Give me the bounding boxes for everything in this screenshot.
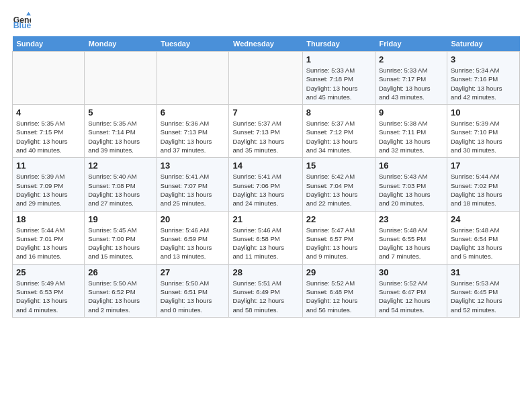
calendar-cell bbox=[229, 52, 302, 105]
day-number: 24 bbox=[451, 214, 516, 224]
logo: General Blue bbox=[12, 11, 34, 30]
day-info: Sunrise: 5:41 AM Sunset: 7:06 PM Dayligh… bbox=[232, 172, 298, 208]
day-number: 20 bbox=[161, 214, 226, 224]
calendar-table: SundayMondayTuesdayWednesdayThursdayFrid… bbox=[12, 36, 520, 318]
calendar-cell bbox=[13, 52, 85, 105]
calendar-cell: 26Sunrise: 5:50 AM Sunset: 6:52 PM Dayli… bbox=[85, 264, 157, 317]
calendar-cell: 11Sunrise: 5:39 AM Sunset: 7:09 PM Dayli… bbox=[13, 158, 85, 211]
day-number: 22 bbox=[306, 214, 371, 224]
calendar-cell: 23Sunrise: 5:48 AM Sunset: 6:55 PM Dayli… bbox=[375, 211, 447, 264]
day-info: Sunrise: 5:37 AM Sunset: 7:12 PM Dayligh… bbox=[306, 119, 371, 154]
calendar-cell: 14Sunrise: 5:41 AM Sunset: 7:06 PM Dayli… bbox=[229, 158, 302, 211]
day-number: 8 bbox=[306, 107, 371, 118]
day-info: Sunrise: 5:40 AM Sunset: 7:08 PM Dayligh… bbox=[88, 172, 152, 208]
day-number: 13 bbox=[161, 161, 226, 171]
weekday-header-thursday: Thursday bbox=[302, 36, 375, 52]
weekday-header-tuesday: Tuesday bbox=[157, 36, 229, 52]
calendar-cell: 21Sunrise: 5:46 AM Sunset: 6:58 PM Dayli… bbox=[229, 211, 302, 264]
day-number: 11 bbox=[16, 161, 81, 171]
week-row-4: 18Sunrise: 5:44 AM Sunset: 7:01 PM Dayli… bbox=[13, 211, 520, 264]
day-number: 7 bbox=[232, 107, 298, 118]
day-info: Sunrise: 5:37 AM Sunset: 7:13 PM Dayligh… bbox=[232, 119, 298, 154]
calendar-cell: 4Sunrise: 5:35 AM Sunset: 7:15 PM Daylig… bbox=[13, 105, 85, 158]
day-number: 6 bbox=[161, 107, 226, 118]
day-info: Sunrise: 5:50 AM Sunset: 6:51 PM Dayligh… bbox=[161, 279, 226, 314]
day-info: Sunrise: 5:43 AM Sunset: 7:03 PM Dayligh… bbox=[379, 172, 443, 208]
weekday-header-row: SundayMondayTuesdayWednesdayThursdayFrid… bbox=[13, 36, 520, 52]
week-row-1: 1Sunrise: 5:33 AM Sunset: 7:18 PM Daylig… bbox=[13, 52, 520, 105]
day-info: Sunrise: 5:34 AM Sunset: 7:16 PM Dayligh… bbox=[451, 66, 516, 101]
calendar-cell: 12Sunrise: 5:40 AM Sunset: 7:08 PM Dayli… bbox=[85, 158, 157, 211]
day-info: Sunrise: 5:45 AM Sunset: 7:00 PM Dayligh… bbox=[88, 226, 152, 261]
day-number: 15 bbox=[306, 161, 371, 171]
day-number: 10 bbox=[451, 107, 516, 118]
day-info: Sunrise: 5:42 AM Sunset: 7:04 PM Dayligh… bbox=[306, 172, 371, 208]
day-info: Sunrise: 5:44 AM Sunset: 7:02 PM Dayligh… bbox=[451, 172, 516, 208]
calendar-cell: 27Sunrise: 5:50 AM Sunset: 6:51 PM Dayli… bbox=[157, 264, 229, 317]
day-number: 1 bbox=[306, 54, 371, 64]
day-info: Sunrise: 5:35 AM Sunset: 7:15 PM Dayligh… bbox=[16, 119, 81, 154]
calendar-cell: 16Sunrise: 5:43 AM Sunset: 7:03 PM Dayli… bbox=[375, 158, 447, 211]
day-number: 12 bbox=[88, 161, 152, 171]
calendar-cell: 29Sunrise: 5:52 AM Sunset: 6:48 PM Dayli… bbox=[302, 264, 375, 317]
page: General Blue SundayMondayTuesdayWednesda… bbox=[0, 0, 532, 411]
day-info: Sunrise: 5:50 AM Sunset: 6:52 PM Dayligh… bbox=[88, 279, 152, 314]
day-number: 18 bbox=[16, 214, 81, 224]
calendar-cell: 18Sunrise: 5:44 AM Sunset: 7:01 PM Dayli… bbox=[13, 211, 85, 264]
day-number: 14 bbox=[232, 161, 298, 171]
day-info: Sunrise: 5:35 AM Sunset: 7:14 PM Dayligh… bbox=[88, 119, 152, 154]
day-number: 21 bbox=[232, 214, 298, 224]
calendar-cell: 30Sunrise: 5:52 AM Sunset: 6:47 PM Dayli… bbox=[375, 264, 447, 317]
day-info: Sunrise: 5:38 AM Sunset: 7:11 PM Dayligh… bbox=[379, 119, 443, 154]
day-number: 25 bbox=[16, 267, 81, 277]
calendar-cell: 5Sunrise: 5:35 AM Sunset: 7:14 PM Daylig… bbox=[85, 105, 157, 158]
day-number: 2 bbox=[379, 54, 443, 64]
day-info: Sunrise: 5:52 AM Sunset: 6:47 PM Dayligh… bbox=[379, 279, 443, 314]
day-info: Sunrise: 5:36 AM Sunset: 7:13 PM Dayligh… bbox=[161, 119, 226, 154]
day-info: Sunrise: 5:48 AM Sunset: 6:55 PM Dayligh… bbox=[379, 226, 443, 261]
day-info: Sunrise: 5:47 AM Sunset: 6:57 PM Dayligh… bbox=[306, 226, 371, 261]
weekday-header-friday: Friday bbox=[375, 36, 447, 52]
calendar-cell: 2Sunrise: 5:33 AM Sunset: 7:17 PM Daylig… bbox=[375, 52, 447, 105]
day-info: Sunrise: 5:48 AM Sunset: 6:54 PM Dayligh… bbox=[451, 226, 516, 261]
day-number: 4 bbox=[16, 107, 81, 118]
calendar-cell: 22Sunrise: 5:47 AM Sunset: 6:57 PM Dayli… bbox=[302, 211, 375, 264]
day-number: 3 bbox=[451, 54, 516, 64]
calendar-cell: 19Sunrise: 5:45 AM Sunset: 7:00 PM Dayli… bbox=[85, 211, 157, 264]
day-info: Sunrise: 5:44 AM Sunset: 7:01 PM Dayligh… bbox=[16, 226, 81, 261]
calendar-cell: 28Sunrise: 5:51 AM Sunset: 6:49 PM Dayli… bbox=[229, 264, 302, 317]
calendar-cell: 15Sunrise: 5:42 AM Sunset: 7:04 PM Dayli… bbox=[302, 158, 375, 211]
day-info: Sunrise: 5:41 AM Sunset: 7:07 PM Dayligh… bbox=[161, 172, 226, 208]
day-info: Sunrise: 5:51 AM Sunset: 6:49 PM Dayligh… bbox=[232, 279, 298, 314]
calendar-cell: 25Sunrise: 5:49 AM Sunset: 6:53 PM Dayli… bbox=[13, 264, 85, 317]
calendar-cell: 9Sunrise: 5:38 AM Sunset: 7:11 PM Daylig… bbox=[375, 105, 447, 158]
calendar-cell: 7Sunrise: 5:37 AM Sunset: 7:13 PM Daylig… bbox=[229, 105, 302, 158]
calendar-cell: 6Sunrise: 5:36 AM Sunset: 7:13 PM Daylig… bbox=[157, 105, 229, 158]
day-number: 17 bbox=[451, 161, 516, 171]
day-number: 31 bbox=[451, 267, 516, 277]
day-info: Sunrise: 5:39 AM Sunset: 7:10 PM Dayligh… bbox=[451, 119, 516, 154]
day-info: Sunrise: 5:46 AM Sunset: 6:58 PM Dayligh… bbox=[232, 226, 298, 261]
weekday-header-wednesday: Wednesday bbox=[229, 36, 302, 52]
week-row-3: 11Sunrise: 5:39 AM Sunset: 7:09 PM Dayli… bbox=[13, 158, 520, 211]
day-number: 16 bbox=[379, 161, 443, 171]
logo-icon: General Blue bbox=[12, 11, 31, 30]
day-number: 29 bbox=[306, 267, 371, 277]
day-info: Sunrise: 5:52 AM Sunset: 6:48 PM Dayligh… bbox=[306, 279, 371, 314]
day-number: 30 bbox=[379, 267, 443, 277]
week-row-5: 25Sunrise: 5:49 AM Sunset: 6:53 PM Dayli… bbox=[13, 264, 520, 317]
day-number: 19 bbox=[88, 214, 152, 224]
day-info: Sunrise: 5:46 AM Sunset: 6:59 PM Dayligh… bbox=[161, 226, 226, 261]
day-info: Sunrise: 5:53 AM Sunset: 6:45 PM Dayligh… bbox=[451, 279, 516, 314]
day-number: 23 bbox=[379, 214, 443, 224]
calendar-cell bbox=[157, 52, 229, 105]
day-number: 9 bbox=[379, 107, 443, 118]
svg-marker-1 bbox=[26, 12, 31, 15]
calendar-cell: 24Sunrise: 5:48 AM Sunset: 6:54 PM Dayli… bbox=[447, 211, 519, 264]
weekday-header-monday: Monday bbox=[85, 36, 157, 52]
day-info: Sunrise: 5:39 AM Sunset: 7:09 PM Dayligh… bbox=[16, 172, 81, 208]
calendar-cell: 13Sunrise: 5:41 AM Sunset: 7:07 PM Dayli… bbox=[157, 158, 229, 211]
calendar-cell: 17Sunrise: 5:44 AM Sunset: 7:02 PM Dayli… bbox=[447, 158, 519, 211]
day-number: 28 bbox=[232, 267, 298, 277]
weekday-header-saturday: Saturday bbox=[447, 36, 519, 52]
